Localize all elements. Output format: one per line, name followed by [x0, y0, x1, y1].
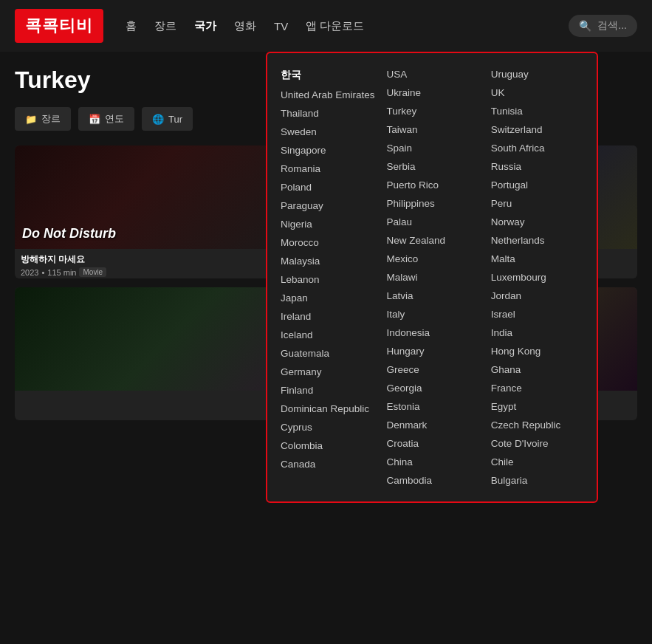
globe-icon: 🌐: [152, 114, 164, 125]
dropdown-item[interactable]: Georgia: [381, 379, 485, 397]
main-nav: 홈 장르 국가 영화 TV 앱 다운로드: [126, 19, 546, 33]
dropdown-item[interactable]: Malta: [485, 250, 589, 268]
dropdown-item[interactable]: Ghana: [485, 360, 589, 379]
search-box[interactable]: 🔍 검색...: [569, 15, 637, 37]
dropdown-item[interactable]: South Africa: [485, 139, 589, 157]
dropdown-item[interactable]: Hong Kong: [485, 342, 589, 360]
dropdown-item[interactable]: Chile: [485, 453, 589, 471]
dropdown-item[interactable]: Iceland: [275, 326, 381, 344]
dropdown-item[interactable]: UK: [485, 83, 589, 102]
dropdown-col-1: 한국United Arab EmiratesThailandSwedenSing…: [275, 65, 381, 490]
dropdown-item[interactable]: Jordan: [485, 287, 589, 305]
year-filter-label: 연도: [105, 112, 124, 126]
dropdown-item[interactable]: Puerto Rico: [381, 176, 485, 194]
dropdown-item[interactable]: New Zealand: [381, 231, 485, 250]
dropdown-item[interactable]: Paraguay: [275, 196, 381, 215]
movie-duration: 115 min: [47, 268, 76, 277]
dropdown-item[interactable]: Indonesia: [381, 323, 485, 342]
dropdown-item[interactable]: Cambodia: [381, 471, 485, 490]
dropdown-item[interactable]: Switzerland: [485, 120, 589, 139]
nav-tv[interactable]: TV: [274, 20, 288, 32]
dropdown-item[interactable]: Czech Republic: [485, 416, 589, 434]
nav-app-download[interactable]: 앱 다운로드: [306, 19, 364, 33]
calendar-icon: 📅: [89, 114, 100, 125]
dropdown-item[interactable]: Guatemala: [275, 344, 381, 363]
dropdown-item[interactable]: USA: [381, 65, 485, 83]
dropdown-item[interactable]: Egypt: [485, 397, 589, 416]
dropdown-col-3: UruguayUKTunisiaSwitzerlandSouth AfricaR…: [485, 65, 589, 490]
dropdown-item[interactable]: Sweden: [275, 123, 381, 141]
dropdown-item[interactable]: Canada: [275, 455, 381, 473]
logo[interactable]: 콕콕티비: [15, 9, 103, 43]
folder-icon: 📁: [25, 114, 37, 125]
dropdown-item[interactable]: Nigeria: [275, 215, 381, 233]
dropdown-item[interactable]: Malawi: [381, 268, 485, 287]
page-body: Turkey 📁 장르 📅 연도 🌐 Tur HD 방해하지 마세요: [0, 52, 652, 435]
dropdown-columns: 한국United Arab EmiratesThailandSwedenSing…: [267, 61, 597, 494]
dropdown-item[interactable]: Lebanon: [275, 270, 381, 289]
dropdown-item[interactable]: Greece: [381, 360, 485, 379]
dropdown-item[interactable]: Luxembourg: [485, 268, 589, 287]
year-filter-button[interactable]: 📅 연도: [78, 107, 134, 131]
dropdown-item[interactable]: France: [485, 379, 589, 397]
dropdown-item[interactable]: China: [381, 453, 485, 471]
dropdown-item[interactable]: Ukraine: [381, 83, 485, 102]
dropdown-item[interactable]: Cyprus: [275, 418, 381, 436]
dropdown-item[interactable]: Ireland: [275, 307, 381, 326]
dropdown-item[interactable]: India: [485, 323, 589, 342]
country-dropdown[interactable]: 한국United Arab EmiratesThailandSwedenSing…: [266, 52, 598, 503]
nav-movies[interactable]: 영화: [234, 19, 256, 33]
dropdown-item[interactable]: Singapore: [275, 141, 381, 160]
dropdown-item[interactable]: Latvia: [381, 287, 485, 305]
dropdown-col-2: USAUkraineTurkeyTaiwanSpainSerbiaPuerto …: [381, 65, 485, 490]
nav-genre[interactable]: 장르: [154, 19, 176, 33]
country-filter-label: Tur: [168, 114, 182, 125]
dropdown-item[interactable]: Morocco: [275, 233, 381, 252]
movie-tag: Movie: [79, 267, 106, 277]
dropdown-item[interactable]: Germany: [275, 363, 381, 381]
dropdown-item[interactable]: Mexico: [381, 250, 485, 268]
search-placeholder: 검색...: [597, 19, 627, 32]
nav-country[interactable]: 국가: [194, 19, 216, 33]
dropdown-item[interactable]: United Arab Emirates: [275, 86, 381, 104]
dropdown-item[interactable]: Palau: [381, 213, 485, 231]
dropdown-item[interactable]: Israel: [485, 305, 589, 323]
dropdown-item[interactable]: Estonia: [381, 397, 485, 416]
dropdown-item[interactable]: Denmark: [381, 416, 485, 434]
genre-filter-label: 장르: [41, 112, 61, 126]
dropdown-item[interactable]: Croatia: [381, 434, 485, 453]
dropdown-item[interactable]: Italy: [381, 305, 485, 323]
dropdown-item[interactable]: Poland: [275, 178, 381, 196]
country-filter-button[interactable]: 🌐 Tur: [142, 107, 193, 131]
dropdown-item[interactable]: Taiwan: [381, 120, 485, 139]
dropdown-item[interactable]: Thailand: [275, 104, 381, 123]
nav-home[interactable]: 홈: [126, 19, 137, 33]
dropdown-item[interactable]: Turkey: [381, 102, 485, 120]
dropdown-item[interactable]: Dominican Republic: [275, 400, 381, 418]
dropdown-item[interactable]: Philippines: [381, 194, 485, 213]
dropdown-item[interactable]: 한국: [275, 65, 381, 86]
dropdown-item[interactable]: Cote D'Ivoire: [485, 434, 589, 453]
dropdown-item[interactable]: Russia: [485, 157, 589, 176]
search-icon: 🔍: [579, 20, 591, 32]
genre-filter-button[interactable]: 📁 장르: [15, 107, 71, 131]
movie-year: 2023: [21, 268, 38, 277]
header: 콕콕티비 홈 장르 국가 영화 TV 앱 다운로드 🔍 검색...: [0, 0, 652, 52]
movie-separator: •: [41, 268, 44, 277]
dropdown-item[interactable]: Spain: [381, 139, 485, 157]
dropdown-item[interactable]: Bulgaria: [485, 471, 589, 490]
dropdown-item[interactable]: Tunisia: [485, 102, 589, 120]
dropdown-item[interactable]: Malaysia: [275, 252, 381, 270]
dropdown-item[interactable]: Peru: [485, 194, 589, 213]
dropdown-item[interactable]: Romania: [275, 160, 381, 178]
dropdown-item[interactable]: Portugal: [485, 176, 589, 194]
dropdown-item[interactable]: Japan: [275, 289, 381, 307]
dropdown-item[interactable]: Uruguay: [485, 65, 589, 83]
dropdown-item[interactable]: Colombia: [275, 436, 381, 455]
dropdown-item[interactable]: Netherlands: [485, 231, 589, 250]
dropdown-item[interactable]: Serbia: [381, 157, 485, 176]
dropdown-item[interactable]: Norway: [485, 213, 589, 231]
dropdown-item[interactable]: Hungary: [381, 342, 485, 360]
dropdown-item[interactable]: Finland: [275, 381, 381, 400]
